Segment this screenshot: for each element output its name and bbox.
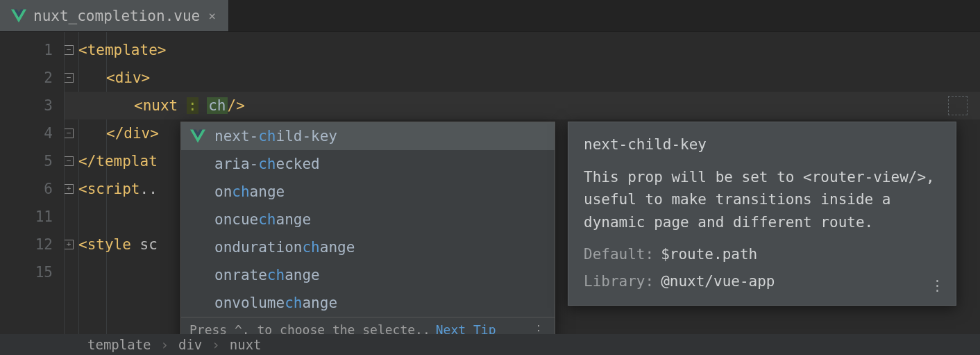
more-icon[interactable]: ⋮ (930, 274, 946, 297)
tab-bar: nuxt_completion.vue × (0, 0, 980, 32)
doc-details: Default: $route.path Library: @nuxt/vue-… (584, 243, 940, 292)
completion-item-label: onratechange (214, 267, 545, 283)
completion-item[interactable]: onchange (181, 178, 555, 206)
completion-popup: next-child-keyaria-checkedonchangeoncuec… (180, 122, 555, 342)
completion-item[interactable]: oncuechange (181, 206, 555, 233)
completion-item-label: aria-checked (214, 156, 545, 172)
completion-item-label: onchange (214, 183, 545, 200)
code-line[interactable]: <div> (65, 64, 980, 92)
line-number: 11 (0, 203, 64, 231)
chevron-right-icon: › (161, 337, 169, 352)
completion-item[interactable]: aria-checked (181, 150, 555, 178)
documentation-popup: next-child-key This prop will be set to … (568, 122, 956, 306)
doc-library-value: @nuxt/vue-app (661, 270, 940, 293)
tab-filename: nuxt_completion.vue (33, 8, 200, 24)
completion-item-label: oncuechange (214, 211, 545, 228)
completion-item-label: onvolumechange (214, 295, 545, 311)
line-number: 2− (0, 64, 64, 92)
line-number: 1− (0, 36, 64, 64)
line-number: 6+ (0, 175, 64, 203)
completion-item[interactable]: onratechange (181, 261, 555, 289)
breadcrumb-item[interactable]: div (178, 337, 202, 352)
chevron-right-icon: › (212, 337, 219, 352)
completion-item-icon (189, 129, 206, 143)
doc-default-label: Default: (584, 243, 654, 266)
breadcrumb-item[interactable]: template (87, 337, 151, 352)
line-number: 5− (0, 147, 64, 175)
line-number: 12+ (0, 231, 64, 258)
file-tab[interactable]: nuxt_completion.vue × (0, 0, 229, 31)
gutter: 1− 2− 3 4− 5− 6+ 11 12+ 15 (0, 32, 64, 334)
doc-library-label: Library: (584, 270, 654, 293)
close-icon[interactable]: × (207, 8, 217, 23)
completion-item[interactable]: ondurationchange (181, 233, 555, 261)
breadcrumb-item[interactable]: nuxt (230, 337, 262, 352)
code-line-current[interactable]: <nuxt : ch/> (65, 92, 980, 119)
code-line[interactable]: <template> (65, 36, 980, 64)
doc-description: This prop will be set to <router-view/>,… (584, 166, 940, 234)
completion-item[interactable]: next-child-key (181, 122, 555, 150)
vue-icon (11, 9, 26, 23)
line-number: 3 (0, 92, 64, 119)
completion-item[interactable]: onvolumechange (181, 289, 555, 317)
line-number: 15 (0, 258, 64, 286)
completion-item-label: next-child-key (214, 128, 545, 145)
completion-item-label: ondurationchange (214, 239, 545, 256)
line-number: 4− (0, 119, 64, 147)
doc-default-value: $route.path (661, 243, 940, 266)
breadcrumb: template › div › nuxt (0, 334, 980, 355)
doc-title: next-child-key (584, 133, 940, 156)
